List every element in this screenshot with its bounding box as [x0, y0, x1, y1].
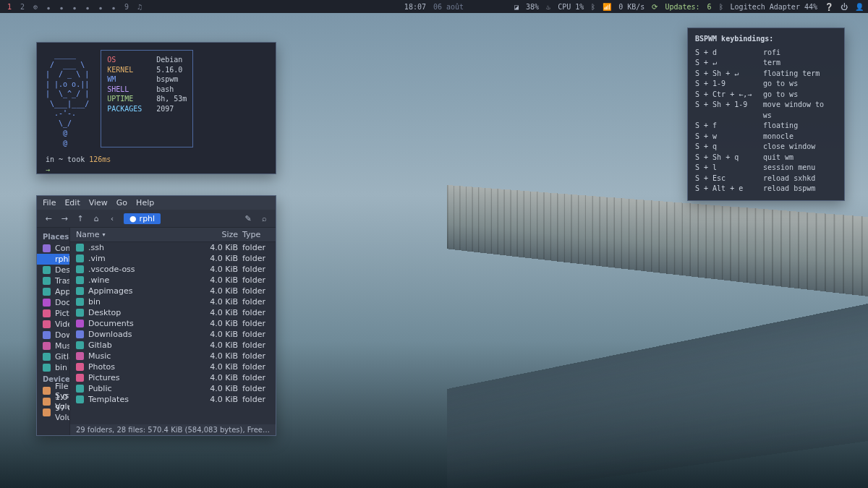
keybinding-row: S + drofi [695, 48, 837, 59]
sidebar-item-documents[interactable]: Documents [37, 297, 69, 308]
sysinfo-key: WM [107, 74, 148, 85]
file-type: folder [238, 254, 270, 263]
keybinding-keys: S + 1-9 [695, 79, 763, 90]
file-row[interactable]: .vscode-oss4.0 KiBfolder [70, 264, 276, 275]
file-name: Music [88, 351, 203, 361]
sidebar-item-computer[interactable]: Computer [37, 243, 69, 254]
nav-home-button[interactable]: ⌂ [89, 212, 103, 225]
file-type: folder [238, 384, 270, 393]
workspace-7[interactable]: ● [95, 3, 106, 11]
updates-icon[interactable]: ⟳ [652, 3, 658, 11]
nav-up-button[interactable]: ↑ [73, 212, 88, 225]
keybinding-keys: S + l [695, 163, 763, 174]
sidebar-item-appimages[interactable]: Appimages [37, 286, 69, 297]
file-row[interactable]: Gitlab4.0 KiBfolder [70, 340, 276, 351]
col-size-label[interactable]: Size [203, 230, 238, 239]
folder-icon [43, 288, 51, 296]
file-size: 4.0 KiB [203, 243, 238, 252]
nav-forward-button[interactable]: → [57, 212, 72, 225]
menu-view[interactable]: View [89, 198, 108, 207]
file-row[interactable]: .vim4.0 KiBfolder [70, 253, 276, 264]
folder-icon [43, 320, 51, 328]
workspace-list: 12⊕●●●●●●9♫ [4, 3, 145, 11]
workspace-2[interactable]: 2 [17, 3, 27, 11]
workspace-1[interactable]: 1 [4, 3, 14, 11]
nav-back-button[interactable]: ← [41, 212, 56, 225]
sidebar-item-pictures[interactable]: Pictures [37, 308, 69, 319]
workspace-5[interactable]: ● [69, 3, 80, 11]
file-name: .vim [88, 254, 203, 263]
file-row[interactable]: Documents4.0 KiBfolder [70, 318, 276, 329]
keybinding-row: S + lsession menu [695, 163, 837, 174]
menu-file[interactable]: File [43, 198, 56, 207]
sidebar-item-bin[interactable]: bin [37, 362, 69, 373]
help-icon[interactable]: ❔ [825, 3, 833, 11]
keybinding-keys: S + w [695, 132, 763, 142]
file-manager-window[interactable]: FileEditViewGoHelp ← → ↑ ⌂ ‹ ● rphl ✎ ⌕ … [36, 195, 276, 436]
col-name-label[interactable]: Name [76, 230, 99, 239]
keybinding-keys: S + q [695, 142, 763, 153]
file-row[interactable]: Desktop4.0 KiBfolder [70, 307, 276, 318]
file-icon [76, 395, 84, 403]
workspace-8[interactable]: ● [109, 3, 119, 11]
sidebar-item-label: Documents [55, 298, 70, 307]
sidebar-item-videos[interactable]: Videos [37, 319, 69, 330]
sidebar-item-trash[interactable]: Trash [37, 275, 69, 286]
menu-help[interactable]: Help [136, 198, 154, 207]
sidebar-item-downloads[interactable]: Downloads [37, 330, 69, 341]
keybinding-row: S + Alt + ereload bspwm [695, 184, 837, 194]
workspace-9[interactable]: 9 [122, 3, 132, 11]
keybinding-row: S + qclose window [695, 142, 837, 153]
file-row[interactable]: bin4.0 KiBfolder [70, 296, 276, 307]
sidebar-item-rphl[interactable]: rphl [37, 254, 69, 265]
keybinding-action: floating [763, 121, 798, 132]
file-row[interactable]: Templates4.0 KiBfolder [70, 394, 276, 405]
edit-path-icon[interactable]: ✎ [241, 212, 255, 225]
sidebar-item-desktop[interactable]: Desktop [37, 265, 69, 275]
file-name: .wine [88, 275, 203, 285]
col-type-label[interactable]: Type [238, 230, 270, 239]
file-name: Templates [88, 395, 203, 404]
power-icon[interactable]: ⏻ [841, 3, 848, 11]
keycard-title: BSPWM keybindings: [695, 34, 837, 45]
keybinding-keys: S + ↵ [695, 58, 763, 69]
search-icon[interactable]: ⌕ [257, 212, 271, 225]
path-sep-icon: ‹ [105, 212, 119, 225]
sidebar-item-label: Downloads [55, 330, 70, 340]
sidebar-item-music[interactable]: Music [37, 341, 69, 351]
file-size: 4.0 KiB [203, 395, 238, 404]
terminal-window[interactable]: _____ / ___ \ | / _ \ | | |.o o.|| | \_^… [36, 42, 276, 174]
sidebar-item-label: Trash [55, 276, 70, 286]
file-type: folder [238, 319, 270, 328]
prompt[interactable]: in ~ took 126ms → [46, 155, 267, 174]
file-row[interactable]: Music4.0 KiBfolder [70, 351, 276, 361]
workspace-3[interactable]: ● [43, 3, 54, 11]
bt-device: Logitech Adapter 44% [731, 3, 817, 11]
sysinfo-key: KERNEL [107, 65, 148, 75]
user-icon[interactable]: 👤 [855, 3, 864, 11]
menu-edit[interactable]: Edit [64, 198, 80, 207]
file-row[interactable]: .ssh4.0 KiBfolder [70, 242, 276, 253]
globe-icon: ⊕ [30, 3, 41, 11]
keybinding-keys: S + d [695, 48, 763, 59]
file-row[interactable]: .wine4.0 KiBfolder [70, 275, 276, 286]
file-row[interactable]: Public4.0 KiBfolder [70, 383, 276, 394]
file-row[interactable]: Pictures4.0 KiBfolder [70, 372, 276, 383]
sysinfo-row: KERNEL5.16.0 [107, 65, 187, 75]
file-row[interactable]: Downloads4.0 KiBfolder [70, 329, 276, 340]
sidebar-item-97-gb-volume[interactable]: 97 GB Volume [37, 407, 69, 418]
workspace-6[interactable]: ● [82, 3, 93, 11]
fm-columns-header[interactable]: Name ▾ Size Type [70, 228, 276, 242]
file-icon [76, 309, 84, 317]
path-chip[interactable]: ● rphl [124, 213, 161, 224]
file-icon [76, 298, 84, 306]
menu-go[interactable]: Go [116, 198, 127, 207]
file-name: Pictures [88, 373, 203, 382]
sidebar-item-gitlab[interactable]: Gitlab [37, 351, 69, 362]
file-row[interactable]: Photos4.0 KiBfolder [70, 361, 276, 372]
keybinding-row: S + Ctr + ←,→go to ws [695, 90, 837, 100]
workspace-4[interactable]: ● [56, 3, 67, 11]
folder-icon [43, 277, 51, 285]
file-row[interactable]: Appimages4.0 KiBfolder [70, 286, 276, 296]
file-icon [76, 320, 84, 328]
